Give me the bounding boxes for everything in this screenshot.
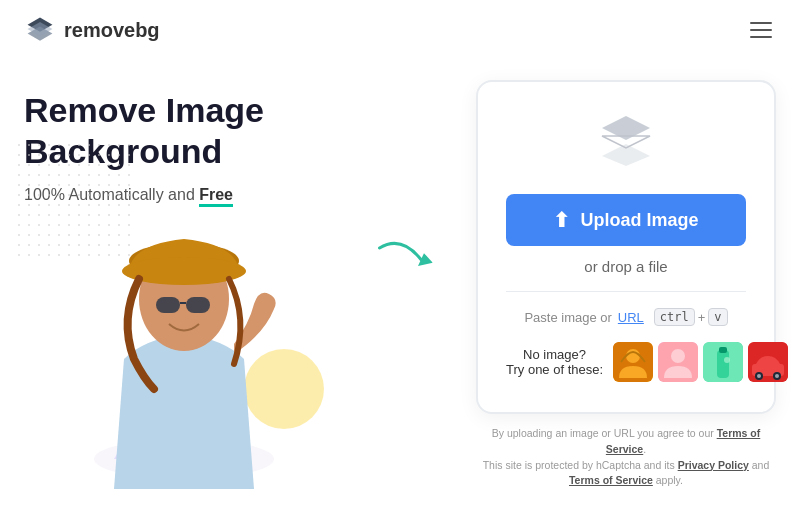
- svg-point-21: [724, 357, 730, 363]
- svg-point-26: [757, 374, 761, 378]
- paste-row: Paste image or URL ctrl + v: [506, 308, 746, 326]
- hamburger-menu[interactable]: [746, 18, 776, 42]
- svg-rect-20: [719, 347, 727, 353]
- samples-row: No image? Try one of these:: [506, 342, 746, 382]
- paste-url-link[interactable]: URL: [618, 310, 644, 325]
- sample-thumb-2[interactable]: [658, 342, 698, 382]
- card-divider: [506, 291, 746, 292]
- upload-arrow-icon: ⬆: [553, 208, 570, 232]
- svg-rect-8: [186, 297, 210, 313]
- upload-area-icon: [594, 112, 658, 176]
- drop-file-text: or drop a file: [506, 258, 746, 275]
- logo-icon: [24, 14, 56, 46]
- footer-note: By uploading an image or URL you agree t…: [476, 426, 776, 489]
- kbd-separator: +: [698, 310, 706, 325]
- upload-button[interactable]: ⬆ Upload Image: [506, 194, 746, 246]
- person-illustration: [64, 179, 304, 489]
- sample-thumb-3[interactable]: [703, 342, 743, 382]
- upload-button-label: Upload Image: [580, 210, 698, 231]
- keyboard-shortcut: ctrl + v: [654, 308, 728, 326]
- header: removebg: [0, 0, 800, 60]
- privacy-link[interactable]: Privacy Policy: [678, 459, 749, 471]
- terms-of-service-link[interactable]: Terms of Service: [569, 474, 653, 486]
- hamburger-line-3: [750, 36, 772, 38]
- sample-thumb-1[interactable]: [613, 342, 653, 382]
- upload-card: ⬆ Upload Image or drop a file Paste imag…: [476, 80, 776, 414]
- paste-label: Paste image or: [524, 310, 611, 325]
- svg-rect-19: [717, 350, 729, 378]
- sample-thumbnails: [613, 342, 788, 382]
- samples-label: No image? Try one of these:: [506, 347, 603, 377]
- logo[interactable]: removebg: [24, 14, 160, 46]
- sample-thumb-4[interactable]: [748, 342, 788, 382]
- main-content: Remove Image Background 100% Automatical…: [0, 60, 800, 489]
- svg-point-17: [671, 349, 685, 363]
- right-section: ⬆ Upload Image or drop a file Paste imag…: [456, 80, 776, 489]
- logo-text: removebg: [64, 19, 160, 42]
- kbd-v: v: [708, 308, 727, 326]
- svg-point-27: [775, 374, 779, 378]
- terms-link[interactable]: Terms of Service: [606, 427, 760, 455]
- hamburger-line-2: [750, 29, 772, 31]
- kbd-ctrl: ctrl: [654, 308, 695, 326]
- hamburger-line-1: [750, 22, 772, 24]
- svg-rect-7: [156, 297, 180, 313]
